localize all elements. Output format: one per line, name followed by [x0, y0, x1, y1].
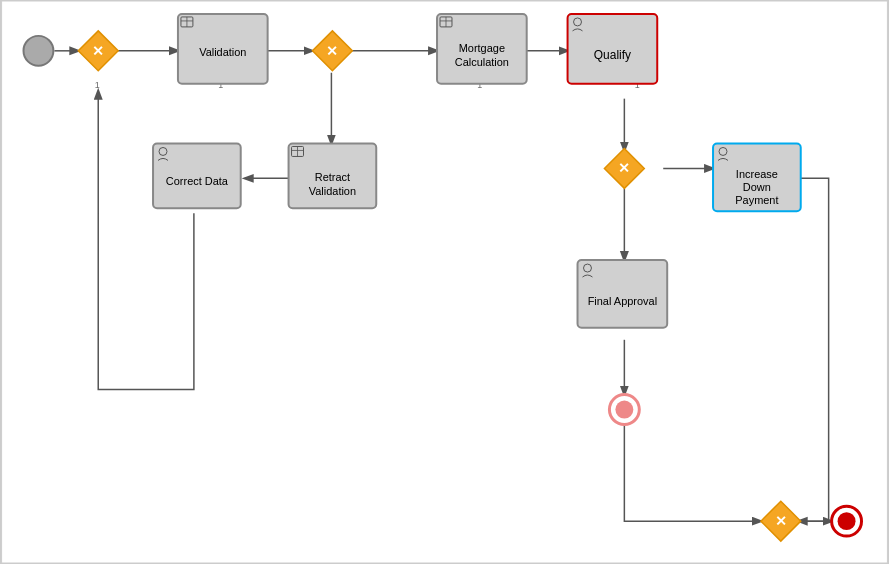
increase-down-payment-task[interactable]: Increase Down Payment: [713, 143, 801, 211]
svg-text:Payment: Payment: [735, 194, 778, 206]
svg-text:Correct Data: Correct Data: [166, 175, 229, 187]
end-event: [832, 506, 862, 536]
validation-task[interactable]: Validation: [178, 14, 268, 84]
bpmn-diagram: 1 1 1 1 ✕ Validation ✕ Mortgage Calculat…: [0, 0, 889, 564]
svg-text:1: 1: [95, 80, 100, 90]
svg-text:Down: Down: [743, 181, 771, 193]
mortgage-calculation-task[interactable]: Mortgage Calculation: [437, 14, 527, 84]
svg-text:✕: ✕: [618, 160, 630, 176]
svg-text:Retract: Retract: [315, 171, 350, 183]
svg-text:Qualify: Qualify: [594, 48, 631, 62]
svg-point-46: [615, 401, 633, 419]
qualify-task[interactable]: Qualify: [568, 14, 658, 84]
start-event: [23, 36, 53, 66]
correct-data-task[interactable]: Correct Data: [153, 143, 241, 208]
svg-text:Validation: Validation: [309, 185, 356, 197]
svg-text:Validation: Validation: [199, 46, 246, 58]
svg-text:✕: ✕: [326, 43, 338, 59]
svg-text:Mortgage: Mortgage: [459, 42, 505, 54]
svg-point-59: [838, 512, 856, 530]
svg-rect-0: [2, 1, 888, 563]
svg-text:✕: ✕: [92, 43, 104, 59]
svg-text:✕: ✕: [775, 513, 787, 529]
svg-text:Increase: Increase: [736, 168, 778, 180]
retract-validation-task[interactable]: Retract Validation: [289, 143, 377, 208]
svg-text:Calculation: Calculation: [455, 56, 509, 68]
intermediate-end-event: [609, 395, 639, 425]
final-approval-task[interactable]: Final Approval: [578, 260, 668, 328]
svg-text:Final Approval: Final Approval: [588, 295, 657, 307]
